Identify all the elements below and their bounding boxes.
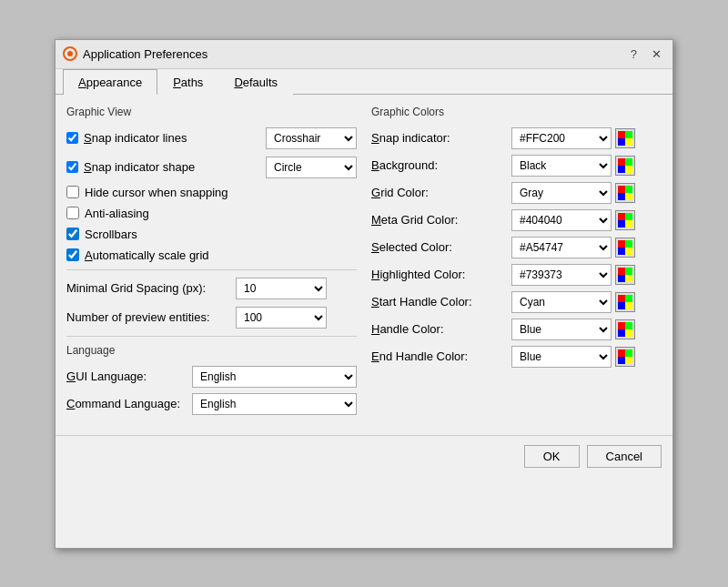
color-snap-label: Snap indicator:: [371, 131, 508, 145]
scrollbars-label: Scrollbars: [85, 228, 137, 241]
language-section: Language GUI Language: English German Fr…: [66, 344, 357, 415]
anti-aliasing-checkbox[interactable]: [66, 207, 79, 219]
divider2: [66, 336, 357, 337]
color-end-handle-swatch[interactable]: [615, 347, 635, 367]
app-icon: [63, 46, 77, 61]
scrollbars-row: Scrollbars: [66, 228, 357, 241]
color-snap-dropdown[interactable]: #FFC200: [511, 127, 612, 149]
gui-language-label: GUI Language:: [66, 369, 185, 383]
preview-entities-dropdown[interactable]: 50 100 200: [236, 307, 327, 329]
help-button[interactable]: ?: [627, 46, 641, 63]
color-handle-swatch[interactable]: [615, 319, 635, 339]
color-grid-row: Grid Color: Gray White: [371, 182, 662, 204]
color-selected-swatch[interactable]: [615, 238, 635, 258]
tab-paths-label: Paths: [173, 76, 203, 89]
color-grid-swatch[interactable]: [615, 183, 635, 203]
scrollbars-checkbox[interactable]: [66, 228, 79, 240]
auto-scale-checkbox[interactable]: [66, 248, 79, 261]
tab-appearance-label: Appearance: [78, 76, 142, 89]
preview-entities-row: Number of preview entities: 50 100 200: [66, 307, 357, 329]
divider1: [66, 269, 357, 270]
bottom-bar: OK Cancel: [56, 435, 672, 477]
command-language-label: Command Language:: [66, 397, 185, 410]
color-metagrid-dropdown[interactable]: #404040: [511, 209, 612, 231]
command-language-dropdown[interactable]: English German French: [192, 393, 357, 415]
language-title: Language: [66, 344, 357, 357]
color-bg-label: Background:: [371, 158, 508, 172]
color-handle-label: Handle Color:: [371, 322, 508, 336]
color-highlighted-dropdown[interactable]: #739373: [511, 264, 612, 286]
tab-appearance[interactable]: Appearance: [63, 69, 157, 95]
color-handle-row: Handle Color: Blue: [371, 319, 662, 340]
auto-scale-row: Automatically scale grid: [66, 248, 357, 262]
minimal-grid-label: Minimal Grid Spacing (px):: [66, 281, 230, 295]
hide-cursor-row: Hide cursor when snapping: [66, 186, 357, 199]
main-content: Graphic View Snap indicator lines Crossh…: [56, 95, 672, 431]
color-bg-swatch[interactable]: [615, 156, 635, 176]
color-end-handle-row: End Handle Color: Blue: [371, 346, 662, 368]
color-grid-label: Grid Color:: [371, 186, 508, 199]
dialog: Application Preferences ? ✕ Appearance P…: [55, 39, 673, 549]
tab-paths[interactable]: Paths: [157, 69, 218, 95]
color-start-handle-label: Start Handle Color:: [371, 295, 508, 309]
right-panel: Graphic Colors Snap indicator: #FFC200: [371, 106, 662, 420]
color-selected-dropdown[interactable]: #A54747: [511, 237, 612, 258]
graphic-view-title: Graphic View: [66, 106, 357, 118]
snap-indicator-lines-checkbox[interactable]: [66, 132, 78, 144]
svg-point-1: [67, 51, 73, 56]
tab-defaults[interactable]: Defaults: [218, 69, 293, 95]
color-handle-dropdown[interactable]: Blue: [511, 319, 612, 340]
dialog-title: Application Preferences: [83, 47, 207, 61]
left-panel: Graphic View Snap indicator lines Crossh…: [66, 106, 357, 420]
title-bar: Application Preferences ? ✕: [56, 40, 672, 69]
anti-aliasing-label: Anti-aliasing: [85, 207, 149, 220]
color-selected-row: Selected Color: #A54747: [371, 237, 662, 258]
color-bg-row: Background: Black White: [371, 155, 662, 177]
color-snap-swatch[interactable]: [615, 128, 635, 148]
color-metagrid-swatch[interactable]: [615, 210, 635, 230]
snap-indicator-shape-dropdown[interactable]: Circle Square None: [266, 157, 357, 178]
ok-button[interactable]: OK: [524, 445, 580, 468]
color-start-handle-row: Start Handle Color: Cyan: [371, 291, 662, 313]
color-highlighted-label: Highlighted Color:: [371, 268, 508, 281]
snap-indicator-lines-label: Snap indicator lines: [84, 131, 260, 145]
color-start-handle-dropdown[interactable]: Cyan: [511, 291, 612, 313]
preview-entities-label: Number of preview entities:: [66, 310, 230, 324]
hide-cursor-checkbox[interactable]: [66, 186, 79, 198]
color-bg-dropdown[interactable]: Black White: [511, 155, 612, 177]
gui-language-dropdown[interactable]: English German French: [192, 366, 357, 388]
title-bar-left: Application Preferences: [63, 46, 207, 61]
color-grid-dropdown[interactable]: Gray White: [511, 182, 612, 204]
graphic-colors-title: Graphic Colors: [371, 106, 662, 118]
color-metagrid-label: Meta Grid Color:: [371, 213, 508, 227]
color-start-handle-swatch[interactable]: [615, 292, 635, 312]
minimal-grid-row: Minimal Grid Spacing (px): 5 10 20: [66, 278, 357, 299]
tab-defaults-label: Defaults: [234, 76, 278, 89]
anti-aliasing-row: Anti-aliasing: [66, 207, 357, 220]
color-selected-label: Selected Color:: [371, 240, 508, 254]
color-metagrid-row: Meta Grid Color: #404040: [371, 209, 662, 231]
tab-bar: Appearance Paths Defaults: [56, 69, 672, 95]
color-end-handle-dropdown[interactable]: Blue: [511, 346, 612, 368]
title-bar-buttons: ? ✕: [627, 46, 665, 63]
gui-language-row: GUI Language: English German French: [66, 366, 357, 388]
snap-indicator-shape-row: Snap indicator shape Circle Square None: [66, 157, 357, 178]
color-snap-row: Snap indicator: #FFC200: [371, 127, 662, 149]
snap-indicator-lines-row: Snap indicator lines Crosshair Dot Cross: [66, 127, 357, 149]
color-highlighted-row: Highlighted Color: #739373: [371, 264, 662, 286]
snap-indicator-shape-label: Snap indicator shape: [84, 160, 260, 174]
close-button[interactable]: ✕: [648, 46, 665, 63]
color-highlighted-swatch[interactable]: [615, 265, 635, 285]
command-language-row: Command Language: English German French: [66, 393, 357, 415]
snap-indicator-lines-dropdown[interactable]: Crosshair Dot Cross: [266, 127, 357, 149]
color-end-handle-label: End Handle Color:: [371, 349, 508, 363]
hide-cursor-label: Hide cursor when snapping: [85, 186, 228, 199]
auto-scale-label: Automatically scale grid: [85, 248, 209, 262]
snap-indicator-shape-checkbox[interactable]: [66, 161, 78, 173]
minimal-grid-dropdown[interactable]: 5 10 20: [236, 278, 327, 299]
cancel-button[interactable]: Cancel: [587, 445, 662, 468]
